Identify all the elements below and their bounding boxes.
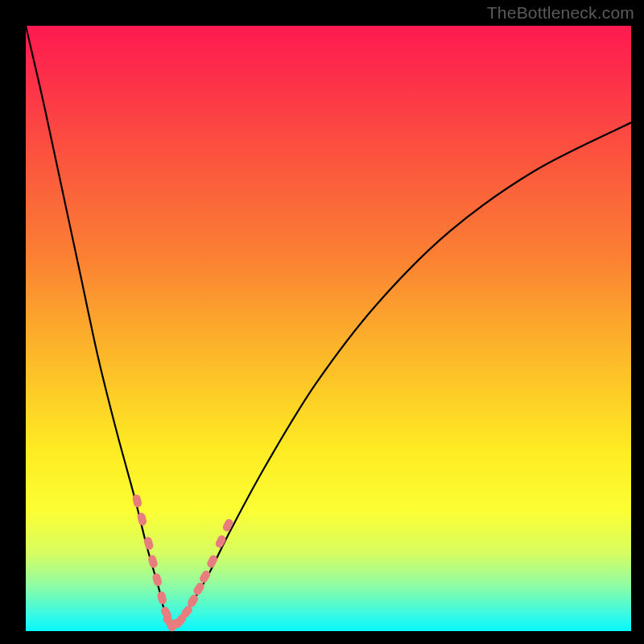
curve-marker — [151, 572, 163, 587]
curve-svg — [26, 26, 631, 631]
chart-frame: TheBottleneck.com — [0, 0, 644, 644]
plot-area — [26, 26, 631, 631]
marker-group — [132, 493, 235, 633]
curve-marker — [173, 619, 182, 628]
curve-marker — [156, 591, 167, 605]
bottleneck-curve — [26, 26, 631, 626]
watermark-text: TheBottleneck.com — [487, 3, 634, 23]
